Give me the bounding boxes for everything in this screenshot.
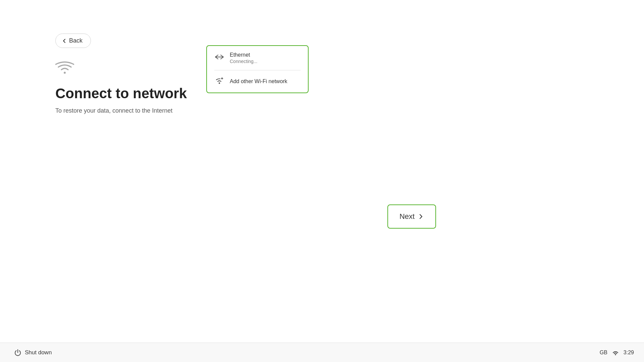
page-subtitle: To restore your data, connect to the Int…	[55, 107, 172, 114]
next-button-label: Next	[399, 212, 415, 221]
power-icon	[14, 349, 21, 356]
ethernet-network-text: Ethernet Connecting...	[230, 52, 258, 64]
svg-point-0	[64, 72, 66, 74]
back-chevron-icon	[62, 38, 67, 44]
clock: 3:29	[624, 350, 634, 356]
wifi-icon	[55, 60, 74, 75]
back-button[interactable]: Back	[55, 34, 91, 48]
network-panel: Ethernet Connecting... Add other Wi-Fi n…	[206, 45, 309, 93]
page-title: Connect to network	[55, 85, 187, 102]
ethernet-network-item[interactable]: Ethernet Connecting...	[207, 46, 308, 70]
svg-point-1	[219, 82, 220, 84]
next-button[interactable]: Next	[387, 204, 436, 229]
back-button-label: Back	[69, 37, 83, 44]
add-wifi-text: Add other Wi-Fi network	[230, 78, 287, 84]
add-wifi-label: Add other Wi-Fi network	[230, 78, 287, 84]
ethernet-status: Connecting...	[230, 59, 258, 64]
ethernet-icon	[214, 53, 224, 63]
svg-point-3	[615, 354, 616, 355]
shutdown-button[interactable]: Shut down	[10, 347, 56, 358]
status-area: GB 3:29	[600, 350, 634, 356]
add-wifi-icon	[214, 76, 224, 86]
bottom-bar: Shut down GB 3:29	[0, 343, 644, 362]
next-chevron-icon	[418, 214, 424, 220]
wifi-status-icon	[612, 350, 619, 355]
wifi-icon-area	[55, 60, 74, 76]
battery-label: GB	[600, 350, 607, 356]
add-wifi-item[interactable]: Add other Wi-Fi network	[207, 70, 308, 93]
ethernet-name: Ethernet	[230, 52, 258, 58]
shutdown-label: Shut down	[25, 349, 52, 356]
